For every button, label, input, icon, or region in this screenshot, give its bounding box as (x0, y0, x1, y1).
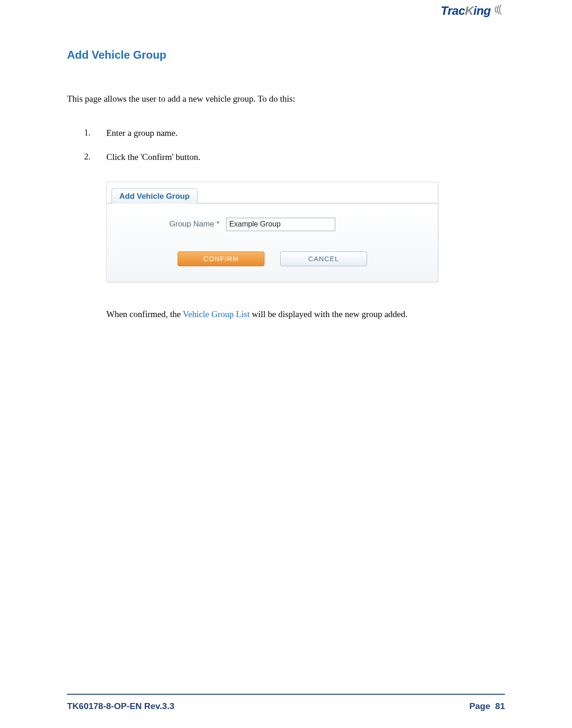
steps-list: Enter a group name. Click the 'Confirm' … (67, 128, 505, 163)
brand-part-k: K (465, 4, 473, 18)
footer-rule (67, 694, 505, 695)
group-name-input[interactable] (226, 218, 335, 231)
confirm-note: When confirmed, the Vehicle Group List w… (106, 308, 505, 321)
vehicle-group-list-link[interactable]: Vehicle Group List (183, 309, 250, 319)
page-number: Page 81 (469, 701, 505, 711)
note-suffix: will be displayed with the new group add… (250, 309, 407, 319)
cancel-button[interactable]: CANCEL (280, 251, 367, 266)
brand-logo: TracKing (441, 4, 505, 18)
group-name-label: Group Name * (169, 220, 220, 229)
button-row: CONFIRM CANCEL (116, 251, 429, 266)
step-item: Click the 'Confirm' button. (106, 152, 505, 163)
field-row: Group Name * (116, 218, 429, 231)
tab-row: Add Vehicle Group (107, 182, 438, 203)
doc-id: TK60178-8-OP-EN Rev.3.3 (67, 701, 174, 711)
brand-part-ing: ing (474, 4, 491, 18)
tab-add-vehicle-group[interactable]: Add Vehicle Group (111, 188, 197, 204)
step-item: Enter a group name. (106, 128, 505, 139)
embedded-form-screenshot: Add Vehicle Group Group Name * CONFIRM C… (106, 182, 438, 282)
footer: TK60178-8-OP-EN Rev.3.3 Page 81 (67, 701, 505, 711)
brand-part-trac: Trac (441, 4, 465, 18)
page-title: Add Vehicle Group (67, 49, 505, 61)
embedded-body: Group Name * CONFIRM CANCEL (107, 203, 438, 282)
confirm-button[interactable]: CONFIRM (178, 251, 264, 266)
signal-waves-icon (495, 4, 505, 16)
note-prefix: When confirmed, the (106, 309, 183, 319)
intro-text: This page allows the user to add a new v… (67, 93, 505, 105)
